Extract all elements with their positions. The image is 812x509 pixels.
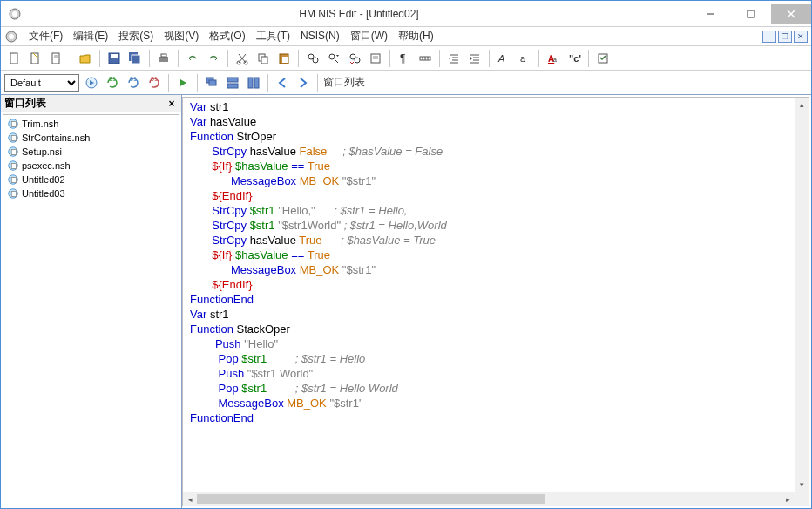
- uppercase-button[interactable]: A: [494, 49, 513, 68]
- close-button[interactable]: [771, 4, 811, 24]
- scroll-right-icon[interactable]: ▸: [781, 492, 795, 506]
- window-list[interactable]: Trim.nshStrContains.nshSetup.nsipsexec.n…: [3, 114, 179, 506]
- svg-text:"c": "c": [569, 53, 581, 64]
- menu-item-7[interactable]: 窗口(W): [345, 28, 393, 44]
- svg-rect-10: [52, 53, 59, 64]
- open-button[interactable]: [76, 49, 95, 68]
- svg-rect-68: [11, 149, 16, 154]
- svg-text:01: 01: [130, 76, 137, 82]
- menu-item-3[interactable]: 视图(V): [159, 28, 204, 44]
- menu-item-6[interactable]: NSIS(N): [295, 28, 345, 44]
- minimize-button[interactable]: [691, 4, 731, 24]
- find-button[interactable]: [303, 49, 322, 68]
- list-item[interactable]: Trim.nsh: [3, 117, 179, 131]
- scroll-left-icon[interactable]: ◂: [183, 492, 197, 506]
- copy-button[interactable]: [254, 49, 273, 68]
- menu-item-2[interactable]: 搜索(S): [113, 28, 159, 44]
- svg-rect-24: [282, 57, 288, 63]
- tile-horizontal-button[interactable]: [223, 73, 242, 92]
- mdi-restore-button[interactable]: ❐: [778, 31, 792, 43]
- run-exe-button[interactable]: [173, 73, 193, 92]
- undo-button[interactable]: [183, 49, 202, 68]
- horizontal-scrollbar[interactable]: ◂ ▸: [183, 492, 795, 506]
- tile-vertical-button[interactable]: [244, 73, 263, 92]
- new-template-button[interactable]: [47, 49, 66, 68]
- list-item[interactable]: Untitled02: [3, 173, 179, 187]
- sidebar-close-button[interactable]: ×: [166, 98, 178, 110]
- code-content[interactable]: Var str1Var hasValueFunction StrOper Str…: [183, 98, 809, 506]
- sidebar-title: 窗口列表: [4, 96, 46, 111]
- menu-item-1[interactable]: 编辑(E): [68, 28, 113, 44]
- svg-rect-16: [132, 55, 140, 64]
- svg-text:01: 01: [151, 76, 158, 82]
- new-file-button[interactable]: [5, 49, 24, 68]
- menu-item-0[interactable]: 文件(F): [24, 28, 68, 44]
- svg-point-30: [355, 58, 360, 63]
- profile-combo[interactable]: Default: [4, 74, 79, 92]
- next-window-button[interactable]: [294, 73, 313, 92]
- svg-rect-72: [11, 177, 16, 182]
- list-item[interactable]: psexec.nsh: [3, 159, 179, 173]
- svg-rect-58: [209, 80, 216, 85]
- svg-rect-22: [261, 57, 267, 64]
- mdi-minimize-button[interactable]: –: [762, 31, 776, 43]
- svg-text:A: A: [497, 53, 504, 64]
- save-all-button[interactable]: [125, 49, 145, 68]
- scroll-up-icon[interactable]: ▴: [795, 98, 809, 112]
- svg-point-26: [313, 58, 318, 63]
- compile-run-button[interactable]: 01: [103, 73, 122, 92]
- svg-rect-17: [159, 57, 168, 62]
- svg-rect-60: [227, 84, 238, 88]
- window-title: HM NIS Edit - [Untitled02]: [27, 8, 691, 20]
- svg-point-7: [9, 34, 14, 39]
- svg-point-27: [329, 54, 335, 59]
- svg-rect-14: [111, 54, 118, 58]
- menu-item-5[interactable]: 工具(T): [251, 28, 295, 44]
- options-button[interactable]: [593, 49, 612, 68]
- cascade-button[interactable]: [202, 73, 221, 92]
- titlebar: HM NIS Edit - [Untitled02]: [1, 1, 811, 27]
- svg-rect-18: [161, 54, 166, 57]
- svg-text:a: a: [553, 57, 557, 63]
- toolbar-secondary: Default 01 01 01 窗口列表: [1, 71, 811, 95]
- find-next-button[interactable]: [324, 49, 343, 68]
- prev-window-button[interactable]: [273, 73, 292, 92]
- quote-button[interactable]: "c": [565, 49, 584, 68]
- paste-button[interactable]: [274, 49, 294, 68]
- menu-item-8[interactable]: 帮助(H): [393, 28, 439, 44]
- sidebar-header: 窗口列表 ×: [1, 95, 181, 112]
- run-button[interactable]: 01: [124, 73, 143, 92]
- ruler-button[interactable]: [416, 49, 435, 68]
- list-item[interactable]: Untitled03: [3, 187, 179, 200]
- redo-button[interactable]: [204, 49, 223, 68]
- outdent-button[interactable]: [465, 49, 484, 68]
- save-button[interactable]: [105, 49, 124, 68]
- pilcrow-button[interactable]: ¶: [395, 49, 414, 68]
- maximize-button[interactable]: [731, 4, 771, 24]
- code-editor[interactable]: Var str1Var hasValueFunction StrOper Str…: [182, 97, 809, 506]
- compile-button[interactable]: [82, 73, 101, 92]
- svg-rect-62: [254, 78, 259, 88]
- list-item[interactable]: StrContains.nsh: [3, 131, 179, 145]
- menu-item-4[interactable]: 格式(O): [204, 28, 250, 44]
- cut-button[interactable]: [233, 49, 252, 68]
- replace-button[interactable]: [345, 49, 364, 68]
- app-icon-small: [4, 30, 18, 44]
- list-item[interactable]: Setup.nsi: [3, 145, 179, 159]
- scroll-thumb[interactable]: [197, 494, 545, 504]
- goto-button[interactable]: [366, 49, 385, 68]
- menubar: 文件(F)编辑(E)搜索(S)视图(V)格式(O)工具(T)NSIS(N)窗口(…: [1, 27, 811, 46]
- print-button[interactable]: [154, 49, 173, 68]
- scroll-down-icon[interactable]: ▾: [795, 478, 809, 492]
- stop-button[interactable]: 01: [145, 73, 164, 92]
- window-list-label: 窗口列表: [323, 75, 365, 90]
- vertical-scrollbar[interactable]: ▴ ▾: [795, 98, 809, 506]
- indent-button[interactable]: [444, 49, 464, 68]
- new-wizard-button[interactable]: [26, 49, 45, 68]
- svg-rect-66: [11, 135, 16, 140]
- svg-text:01: 01: [109, 76, 116, 82]
- lowercase-button[interactable]: a: [515, 49, 534, 68]
- main-area: 窗口列表 × Trim.nshStrContains.nshSetup.nsip…: [1, 95, 811, 508]
- font-button[interactable]: Aa: [544, 49, 563, 68]
- mdi-close-button[interactable]: ✕: [794, 31, 808, 43]
